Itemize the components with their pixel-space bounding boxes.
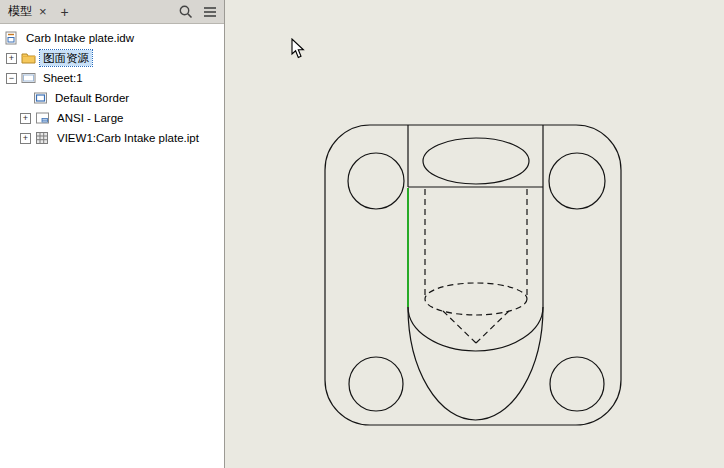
mouse-cursor <box>291 38 305 59</box>
tree-item-label[interactable]: Carb Intake plate.idw <box>23 30 137 46</box>
sheet-icon <box>21 71 36 85</box>
tree-item-label[interactable]: Sheet:1 <box>40 70 86 86</box>
corner-holes[interactable] <box>348 153 605 411</box>
search-icon[interactable] <box>178 4 194 20</box>
model-browser-panel: 模型 × + <box>0 0 225 468</box>
tree-item-drawing-resources[interactable]: + 图面资源 <box>0 48 224 68</box>
folder-icon <box>21 51 36 65</box>
expander-plus-icon[interactable]: + <box>20 133 31 144</box>
inventor-drawing-window: 模型 × + <box>0 0 724 468</box>
tree-item-label[interactable]: Default Border <box>52 90 132 106</box>
center-bore-edges[interactable] <box>408 125 543 420</box>
tab-close-icon[interactable]: × <box>35 5 51 18</box>
expander-plus-icon[interactable]: + <box>6 53 17 64</box>
menu-icon[interactable] <box>202 4 218 20</box>
tree-item-label[interactable]: 图面资源 <box>40 50 92 66</box>
tree-item-view1[interactable]: + VIEW1:Carb Intake plate.ipt <box>0 128 224 148</box>
tab-model[interactable]: 模型 <box>4 1 35 22</box>
idw-document-icon <box>4 31 19 45</box>
add-tab-button[interactable]: + <box>55 5 75 19</box>
tree-item-sheet1[interactable]: − Sheet:1 <box>0 68 224 88</box>
title-block-icon <box>35 111 50 125</box>
browser-tab-bar: 模型 × + <box>0 0 224 24</box>
expander-minus-icon[interactable]: − <box>6 73 17 84</box>
tree-item-ansi-large[interactable]: + ANSI - Large <box>0 108 224 128</box>
drawing-view[interactable] <box>225 0 724 468</box>
tree-item-idw-root[interactable]: Carb Intake plate.idw <box>0 28 224 48</box>
plate-outline[interactable] <box>325 125 621 425</box>
drawing-canvas[interactable] <box>225 0 724 468</box>
tree-item-label[interactable]: VIEW1:Carb Intake plate.ipt <box>54 130 202 146</box>
border-icon <box>33 91 48 105</box>
tree-item-label[interactable]: ANSI - Large <box>54 110 126 126</box>
browser-tree: Carb Intake plate.idw + 图面资源 − <box>0 24 224 468</box>
tree-item-default-border[interactable]: Default Border <box>0 88 224 108</box>
hidden-lines[interactable] <box>425 189 527 343</box>
base-view-icon <box>35 131 50 145</box>
expander-plus-icon[interactable]: + <box>20 113 31 124</box>
